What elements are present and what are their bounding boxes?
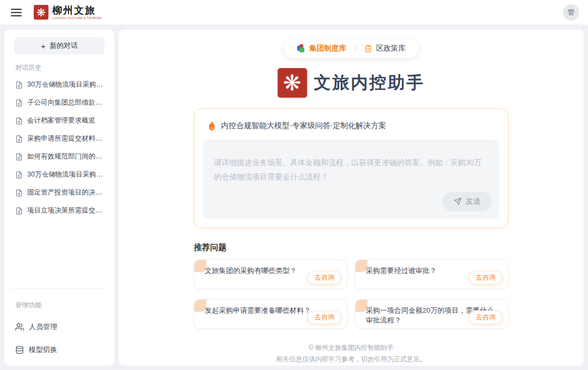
new-chat-button[interactable]: + 新的对话 [14,37,105,54]
chat-history-item[interactable]: 会计档案管理要求概览 [10,112,109,130]
suggestion-card[interactable]: 采购一项合同金额20万的项目，需要什么审批流程？ 去咨询 [355,299,509,329]
footer-disclaimer: 相关信息仅供内部学习参考，切勿引用为正式意见。 [194,354,509,366]
chat-history-item[interactable]: 项目立项决策所需提交材料... [10,202,109,220]
chat-history-label: 会计档案管理要求概览 [27,116,95,125]
tagline-text: 内控合规智能大模型·专家级问答·定制化解决方案 [221,121,386,131]
document-icon [15,81,23,89]
chat-history-list: 30万仓储物流项目采购流程... 子公司向集团总部借款流程... [10,76,109,220]
chat-history-label: 项目立项决策所需提交材料... [27,206,103,215]
tab-label: 区政策库 [376,44,406,53]
clipboard-icon [364,45,372,53]
page-title: 文旅内控助手 [314,71,425,94]
document-icon [15,153,23,161]
app-title-row: ❋ 文旅内控助手 [278,68,425,98]
admin-title: 管理功能 [15,301,103,310]
suggestion-card[interactable]: 发起采购申请需要准备哪些材料？ 去咨询 [194,299,347,329]
user-avatar[interactable]: 管 [563,4,579,21]
footer-copyright: © 柳州文旅集团内控智能助手 [194,342,509,354]
ask-button[interactable]: 去咨询 [469,271,503,284]
chat-history-label: 采购申请所需提交材料清单 [27,134,103,143]
chat-history-label: 固定资产投资项目的决策流... [27,188,103,197]
chat-history-label: 如何有效规范部门间的协作... [27,152,103,161]
document-icon [15,207,23,215]
chat-history-label: 子公司向集团总部借款流程... [27,98,103,107]
brand-logo: ❋ 柳州文旅 LIUZHOU CULTURE & TOURISM [34,5,102,20]
divider [355,44,356,53]
textarea-placeholder: 请详细描述业务场景、具体金额和流程，以获得更准确的答案。例如：采购30万的仓储物… [214,156,488,184]
document-icon [15,99,23,107]
paper-plane-icon [454,197,462,205]
sidebar-item-label: 人员管理 [29,322,57,332]
suggestion-card-grid: 文旅集团的采购有哪些类型？ 去咨询 采购需要经过谁审批？ 去咨询 发起采购申请需… [194,259,509,329]
sidebar-item-label: 模型切换 [29,345,57,355]
suggestions-title: 推荐问题 [194,242,509,253]
users-icon [15,323,24,331]
chat-history-item[interactable]: 如何有效规范部门间的协作... [10,148,109,166]
chat-history-item[interactable]: 子公司向集团总部借款流程... [10,94,109,112]
chat-history-item[interactable]: 采购申请所需提交材料清单 [10,130,109,148]
sidebar: + 新的对话 对话历史 30万仓储物流项目采购流程... [4,29,114,366]
tab-district-policy-library[interactable]: 区政策库 [364,44,406,53]
chat-history-item[interactable]: 30万仓储物流项目采购流程 [10,166,109,184]
layered-cubes-icon [297,44,305,53]
sidebar-item-model-switch[interactable]: 模型切换 [10,341,109,359]
chat-history-label: 30万仓储物流项目采购流程 [27,170,103,179]
suggested-questions-section: 推荐问题 文旅集团的采购有哪些类型？ 去咨询 采购需要经过谁审批？ 去咨询 [194,242,509,329]
database-icon [15,345,24,354]
tab-label: 集团制度库 [309,44,346,53]
document-icon [15,171,23,179]
menu-icon[interactable] [11,9,22,16]
flame-icon [207,121,216,131]
main-panel: 集团制度库 区政策库 ❋ 文旅内控助手 [119,29,584,366]
seal-logo-icon: ❋ [34,5,48,20]
divider [11,288,108,289]
ask-button[interactable]: 去咨询 [469,311,503,324]
footer: © 柳州文旅集团内控智能助手 相关信息仅供内部学习参考，切勿引用为正式意见。 [194,342,509,366]
sidebar-item-user-management[interactable]: 人员管理 [10,318,109,336]
suggestion-card[interactable]: 文旅集团的采购有哪些类型？ 去咨询 [194,259,347,289]
ask-button[interactable]: 去咨询 [308,311,341,324]
knowledge-base-tabs: 集团制度库 区政策库 [284,39,419,58]
question-input-card: 内控合规智能大模型·专家级问答·定制化解决方案 请详细描述业务场景、具体金额和流… [194,108,509,228]
tab-group-policy-library[interactable]: 集团制度库 [297,44,346,53]
brand-subtitle: LIUZHOU CULTURE & TOURISM [52,17,102,20]
chat-history-item[interactable]: 30万仓储物流项目采购流程... [10,76,109,94]
chat-history-label: 30万仓储物流项目采购流程... [27,80,103,89]
document-icon [15,135,23,143]
history-title: 对话历史 [15,63,103,72]
ask-button[interactable]: 去咨询 [308,271,341,284]
question-textarea[interactable]: 请详细描述业务场景、具体金额和流程，以获得更准确的答案。例如：采购30万的仓储物… [203,139,499,219]
suggestion-card[interactable]: 采购需要经过谁审批？ 去咨询 [355,259,509,289]
seal-logo-icon: ❋ [278,68,307,98]
tagline-row: 内控合规智能大模型·专家级问答·定制化解决方案 [207,121,499,131]
document-icon [15,117,23,125]
plus-icon: + [41,41,46,51]
document-icon [15,189,23,197]
send-button[interactable]: 发送 [443,192,492,211]
chat-history-item[interactable]: 固定资产投资项目的决策流... [10,184,109,202]
new-chat-label: 新的对话 [50,41,78,51]
top-header: ❋ 柳州文旅 LIUZHOU CULTURE & TOURISM 管 [0,0,588,25]
send-label: 发送 [465,197,481,207]
brand-name: 柳州文旅 [52,5,102,15]
